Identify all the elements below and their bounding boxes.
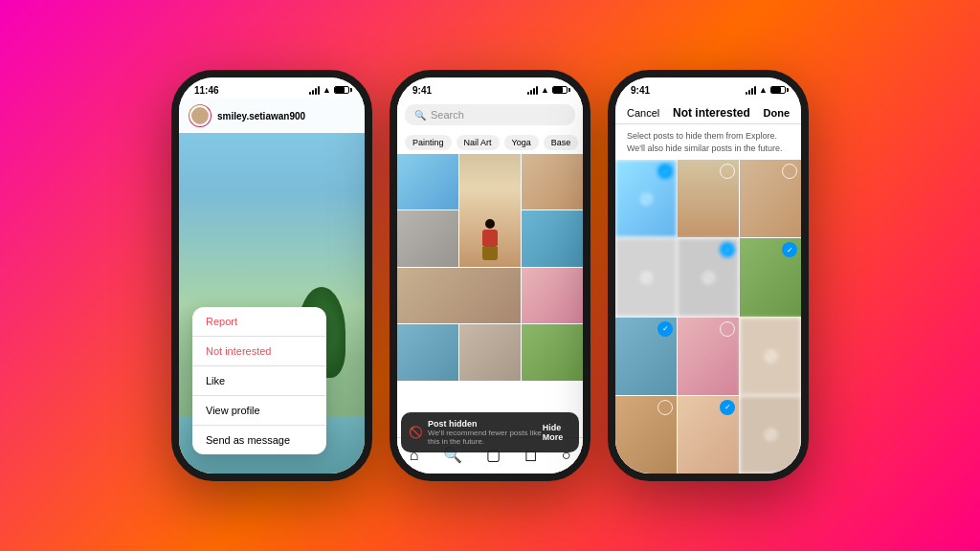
ni-cell-10[interactable] [615, 396, 677, 474]
ni-cell-8[interactable] [678, 318, 739, 395]
check-icon-6: ✓ [782, 242, 797, 257]
not-interested-subtitle: Select posts to hide them from Explore. … [615, 124, 801, 160]
check-empty-2 [720, 164, 735, 179]
ni-cell-11[interactable]: ✓ [678, 396, 739, 474]
post-hidden-banner: 🚫 Post hidden We'll recommend fewer post… [401, 412, 579, 452]
check-empty-10 [657, 400, 673, 415]
slash-icon-1: ⊘ [639, 188, 654, 209]
status-bar-2: 9:41 ▲ [397, 77, 583, 99]
ni-cell-5[interactable]: ✓ ⊘ [678, 238, 739, 316]
check-empty-3 [782, 164, 797, 179]
slash-icon-9: ⊘ [764, 345, 778, 366]
dance-figure [477, 219, 503, 267]
battery-icon [334, 86, 349, 94]
status-icons-3: ▲ [746, 85, 786, 95]
wifi-icon: ▲ [323, 85, 331, 95]
menu-item-send-message[interactable]: Send as message [192, 426, 326, 454]
wifi-icon-2: ▲ [541, 85, 549, 95]
cat-tab-base[interactable]: Base [544, 135, 579, 150]
phone3-content: Cancel Not interested Done Select posts … [615, 99, 801, 474]
grid-cell-arch[interactable] [397, 210, 458, 266]
ni-cell-4[interactable]: ⊘ [615, 238, 677, 316]
not-interested-grid: ✓ ⊘ ⊘ ✓ ⊘ ✓ [615, 160, 801, 474]
ni-cell-7[interactable]: ✓ [615, 318, 677, 395]
menu-item-not-interested[interactable]: Not interested [192, 337, 326, 366]
battery-icon-2 [552, 86, 568, 94]
time-1: 11:46 [194, 85, 219, 96]
avatar-image [189, 105, 211, 126]
story-header: smiley.setiawan900 [179, 99, 365, 133]
phones-container: 11:46 ▲ [152, 51, 828, 500]
wifi-icon-3: ▲ [759, 85, 768, 95]
grid-cell-1[interactable] [397, 154, 458, 209]
phone-3: 9:41 ▲ Cancel Not interested Done Select… [608, 70, 809, 481]
cat-tab-yoga[interactable]: Yoga [504, 135, 539, 150]
eye-slash-icon: 🚫 [409, 426, 423, 439]
done-button[interactable]: Done [764, 107, 791, 119]
menu-item-view-profile[interactable]: View profile [192, 396, 326, 426]
slash-icon-12: ⊘ [764, 424, 778, 445]
grid-cell-green[interactable] [522, 324, 583, 380]
signal-icon [309, 86, 320, 95]
status-icons-1: ▲ [309, 85, 349, 95]
check-icon-1: ✓ [657, 164, 673, 179]
check-icon-11: ✓ [720, 400, 735, 415]
phone2-content: 🔍 Search Painting Nail Art Yoga Base [397, 99, 583, 474]
explore-grid [397, 154, 583, 437]
df-head [485, 219, 495, 229]
df-shirt [482, 230, 498, 247]
grid-cell-blue2[interactable] [522, 210, 583, 266]
search-bar[interactable]: 🔍 Search [405, 104, 575, 125]
status-icons-2: ▲ [527, 85, 568, 95]
time-2: 9:41 [412, 85, 432, 96]
check-icon-7: ✓ [657, 321, 673, 337]
time-3: 9:41 [631, 85, 650, 96]
df-pants [482, 247, 498, 260]
grid-cell-dance[interactable] [459, 154, 521, 267]
search-placeholder: Search [431, 109, 464, 121]
ni-cell-6[interactable]: ✓ [740, 238, 801, 316]
check-icon-5: ✓ [720, 242, 735, 257]
grid-cell-misc[interactable] [459, 324, 521, 380]
phone-1: 11:46 ▲ [171, 70, 372, 481]
grid-cell-food[interactable] [397, 268, 521, 323]
not-interested-title: Not interested [673, 106, 750, 120]
ni-cell-3[interactable] [740, 160, 801, 237]
slash-icon-4: ⊘ [639, 267, 654, 288]
menu-item-like[interactable]: Like [192, 366, 326, 396]
category-tabs: Painting Nail Art Yoga Base [397, 131, 583, 154]
grid-cell-kiss[interactable] [522, 268, 583, 323]
search-icon: 🔍 [414, 110, 426, 121]
phone1-content: smiley.setiawan900 Report Not interested… [179, 99, 365, 474]
ni-cell-1[interactable]: ✓ ⊘ [615, 160, 677, 237]
cancel-button[interactable]: Cancel [627, 107, 659, 119]
cat-tab-nailart[interactable]: Nail Art [457, 135, 500, 150]
menu-item-report[interactable]: Report [192, 307, 326, 337]
avatar-ring [189, 104, 212, 127]
grid-cell-group[interactable] [522, 154, 583, 209]
battery-icon-3 [770, 86, 786, 94]
post-hidden-title: Post hidden [428, 419, 543, 429]
status-bar-1: 11:46 ▲ [179, 77, 365, 99]
ni-cell-9[interactable]: ⊘ [740, 318, 801, 395]
ni-cell-2[interactable] [678, 160, 739, 237]
slash-icon-5: ⊘ [702, 267, 716, 288]
ni-cell-12[interactable]: ⊘ [740, 396, 801, 474]
signal-icon-3 [746, 86, 756, 95]
hide-more-button[interactable]: Hide More [543, 423, 571, 442]
story-username: smiley.setiawan900 [217, 111, 305, 121]
check-empty-8 [720, 321, 735, 337]
status-bar-3: 9:41 ▲ [615, 77, 801, 99]
not-interested-header: Cancel Not interested Done [615, 99, 801, 124]
grid-cell-ocean[interactable] [397, 324, 458, 380]
phone-2: 9:41 ▲ 🔍 Search Painting Nail Art Yoga [390, 70, 590, 481]
signal-icon-2 [527, 86, 538, 95]
post-hidden-subtitle: We'll recommend fewer posts like this in… [428, 429, 543, 446]
context-menu: Report Not interested Like View profile … [192, 307, 326, 454]
post-hidden-text: Post hidden We'll recommend fewer posts … [428, 419, 543, 446]
post-hidden-left: 🚫 Post hidden We'll recommend fewer post… [409, 419, 543, 446]
cat-tab-painting[interactable]: Painting [405, 135, 452, 150]
explore-search-area: 🔍 Search [397, 99, 583, 131]
